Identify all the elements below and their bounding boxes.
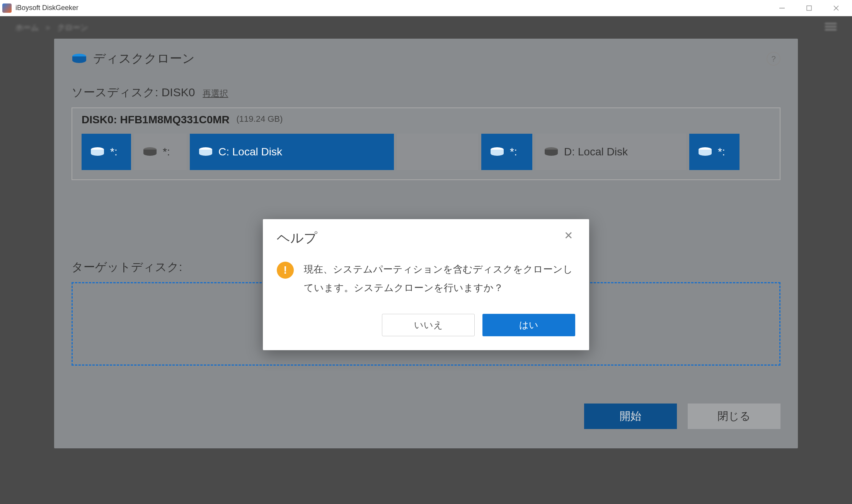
minimize-button[interactable] [769,0,796,16]
svg-rect-1 [807,6,811,10]
dialog-close-icon[interactable]: ✕ [562,229,575,247]
close-window-button[interactable] [823,0,850,16]
dialog-yes-button[interactable]: はい [482,314,575,336]
dialog-title: ヘルプ [277,229,562,247]
app-title: iBoysoft DiskGeeker [15,4,769,12]
app-body: ホーム ＞ クローン ディスククローン ? ソースディスク: DISK0 再選択 [0,16,852,504]
warning-icon: ! [277,262,294,279]
modal-overlay: ヘルプ ✕ ! 現在、システムパーティションを含むディスクをクローンしています。… [0,16,852,504]
maximize-button[interactable] [796,0,823,16]
help-dialog: ヘルプ ✕ ! 現在、システムパーティションを含むディスクをクローンしています。… [263,219,589,350]
dialog-no-button[interactable]: いいえ [382,314,475,336]
app-icon [2,3,12,13]
dialog-message: 現在、システムパーティションを含むディスクをクローンしています。システムクローン… [304,260,575,297]
titlebar: iBoysoft DiskGeeker [0,0,852,16]
